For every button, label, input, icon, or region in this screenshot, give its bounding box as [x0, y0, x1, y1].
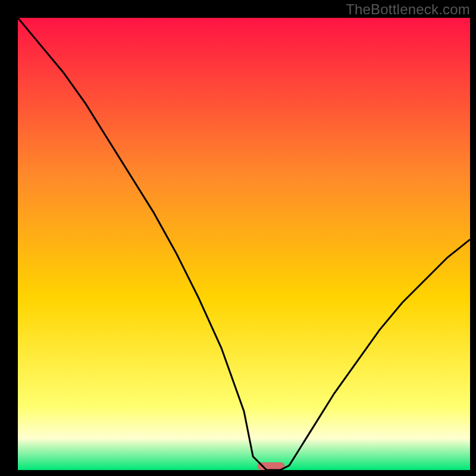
plot-area: [18, 18, 470, 470]
bottleneck-chart: [18, 18, 470, 470]
gradient-background: [18, 18, 470, 470]
chart-frame: TheBottleneck.com: [0, 0, 476, 476]
watermark-text: TheBottleneck.com: [346, 1, 470, 18]
